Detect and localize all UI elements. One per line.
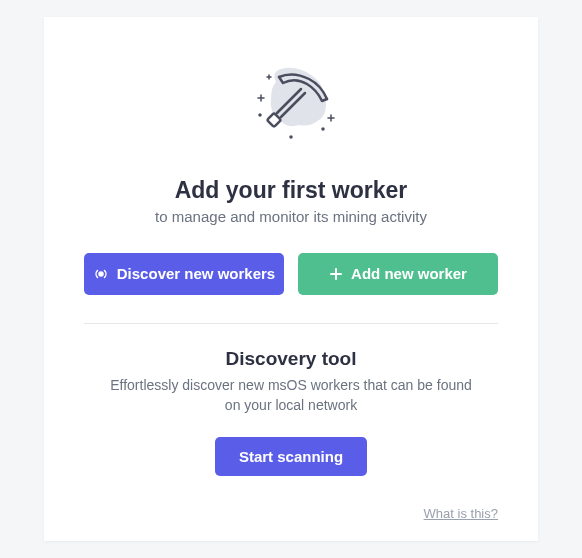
svg-point-9 <box>259 114 261 116</box>
add-worker-button[interactable]: Add new worker <box>298 253 498 295</box>
scan-button-wrap: Start scanning <box>84 437 498 476</box>
radar-icon <box>93 266 109 282</box>
svg-point-11 <box>290 136 292 138</box>
start-scanning-button[interactable]: Start scanning <box>215 437 367 476</box>
svg-point-12 <box>99 272 103 276</box>
what-is-this-link[interactable]: What is this? <box>84 506 498 521</box>
add-button-label: Add new worker <box>351 265 467 282</box>
discover-button-label: Discover new workers <box>117 265 275 282</box>
discover-workers-button[interactable]: Discover new workers <box>84 253 284 295</box>
hero-subtitle: to manage and monitor its mining activit… <box>84 208 498 225</box>
plus-icon <box>329 267 343 281</box>
svg-point-10 <box>322 128 324 130</box>
divider <box>84 323 498 324</box>
onboarding-card: Add your first worker to manage and moni… <box>44 17 538 541</box>
discovery-title: Discovery tool <box>84 348 498 370</box>
button-row: Discover new workers Add new worker <box>84 253 498 295</box>
hero-title: Add your first worker <box>84 177 498 204</box>
pickaxe-icon <box>84 57 498 157</box>
discovery-description: Effortlessly discover new msOS workers t… <box>84 376 498 415</box>
